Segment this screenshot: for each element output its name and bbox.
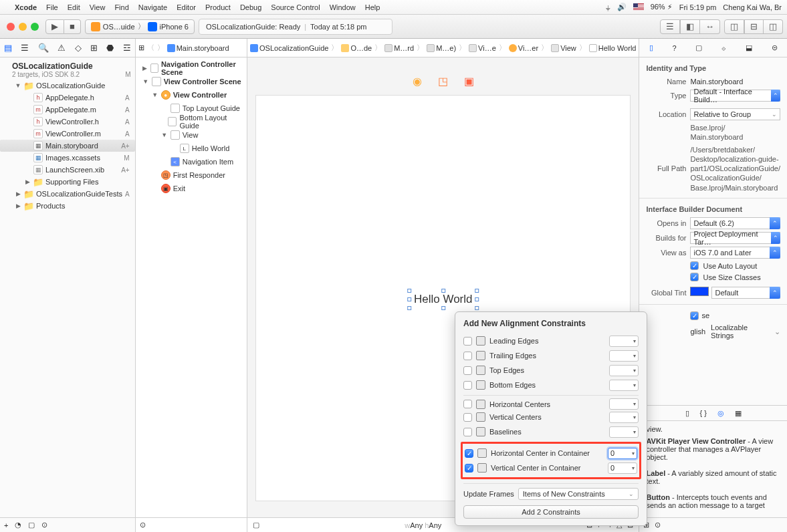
input-source-icon[interactable]: [633, 3, 644, 11]
outline-row[interactable]: Top Layout Guide: [136, 102, 247, 115]
vc-dock-icon[interactable]: ◉: [413, 75, 422, 88]
first-responder-dock-icon[interactable]: ◳: [438, 75, 448, 88]
menu-file[interactable]: File: [46, 3, 58, 11]
outline-row[interactable]: ▼View: [136, 128, 247, 142]
battery-status[interactable]: 96% ⚡︎: [651, 3, 673, 11]
volume-icon[interactable]: 🔊: [617, 3, 627, 11]
constraint-value-field[interactable]: ▾: [609, 380, 639, 391]
outline-row[interactable]: ▣Exit: [136, 182, 247, 195]
nav-row[interactable]: ▶📁Supporting Files: [0, 176, 135, 188]
size-inspector-tab[interactable]: ⬓: [746, 43, 752, 52]
toggle-navigator-button[interactable]: ◫: [724, 19, 744, 34]
library-item[interactable]: Button - Intercepts touch events and sen…: [646, 489, 780, 513]
outline-row[interactable]: ▶Navigation Controller Scene: [136, 61, 247, 75]
project-tree[interactable]: OSLocalizationGuide 2 targets, iOS SDK 8…: [0, 57, 135, 517]
resize-handle[interactable]: [407, 306, 411, 310]
constraint-checkbox[interactable]: ✓: [465, 449, 473, 458]
constraint-value-field[interactable]: ▾: [609, 336, 639, 347]
outline-filter-icon[interactable]: ⊙: [140, 521, 146, 529]
nav-row[interactable]: ▼📁OSLocalizationGuide: [0, 80, 135, 92]
media-library-tab[interactable]: ▦: [735, 409, 742, 418]
jump-bar-file[interactable]: Main.storyboard: [177, 44, 229, 52]
size-classes-checkbox[interactable]: ✓: [690, 273, 699, 281]
library-filter-icon[interactable]: ⊙: [655, 521, 661, 529]
resize-handle[interactable]: [407, 297, 411, 301]
constraint-checkbox[interactable]: [463, 366, 472, 375]
jb-file[interactable]: M…rd: [394, 44, 414, 52]
debug-navigator-tab[interactable]: ⊞: [90, 43, 98, 53]
constraint-value-field[interactable]: ▾: [609, 398, 639, 410]
constraint-checkbox[interactable]: [463, 352, 472, 360]
nav-row[interactable]: ▶📁Products: [0, 200, 135, 212]
location-select[interactable]: Relative to Group⌄: [690, 108, 780, 120]
find-navigator-tab[interactable]: 🔍: [38, 43, 49, 53]
connections-inspector-tab[interactable]: ⊝: [772, 43, 778, 52]
standard-editor-button[interactable]: ☰: [660, 19, 680, 34]
scheme-selector[interactable]: OS…uide 〉 iPhone 6: [85, 19, 195, 34]
identity-inspector-tab[interactable]: ▢: [695, 43, 702, 52]
add-constraints-button[interactable]: Add 2 Constraints: [463, 505, 639, 519]
minimize-window-button[interactable]: [19, 23, 27, 31]
auto-layout-checkbox[interactable]: ✓: [690, 261, 699, 270]
resize-handle[interactable]: [475, 289, 479, 293]
menu-view[interactable]: View: [90, 3, 106, 11]
jb-label[interactable]: Hello World: [598, 44, 637, 52]
nav-row[interactable]: mAppDelegate.mA: [0, 104, 135, 116]
file-inspector-tab[interactable]: ▯: [649, 43, 653, 52]
outline-jump-bar[interactable]: ⊞ 〈 〉 Main.storyboard: [136, 39, 247, 57]
menu-find[interactable]: Find: [114, 3, 128, 11]
app-menu[interactable]: Xcode: [15, 3, 37, 11]
constraint-value-field[interactable]: ▾: [609, 412, 639, 423]
constraint-value-field[interactable]: ▾: [609, 365, 639, 376]
constraint-checkbox[interactable]: [463, 413, 472, 422]
constraint-value-field[interactable]: 0▾: [608, 462, 637, 474]
constraint-value-field[interactable]: 0▾: [608, 448, 637, 459]
jb-project[interactable]: OSLocalizationGuide: [259, 44, 328, 52]
file-type-select[interactable]: Default - Interface Build…⌃: [690, 90, 780, 102]
label-text[interactable]: Hello World: [410, 291, 477, 307]
update-frames-select[interactable]: Items of New Constraints⌄: [518, 488, 639, 500]
menu-product[interactable]: Product: [205, 3, 231, 11]
outline-row[interactable]: ▼View Controller Scene: [136, 75, 247, 88]
clock[interactable]: Fri 5:19 pm: [679, 3, 717, 11]
forward-button[interactable]: 〉: [157, 43, 164, 53]
tint-swatch[interactable]: [690, 287, 709, 296]
resize-handle[interactable]: [441, 289, 445, 293]
object-library-tab[interactable]: ◎: [717, 409, 724, 418]
breakpoint-navigator-tab[interactable]: ⬣: [106, 43, 114, 53]
nav-row[interactable]: mViewController.mA: [0, 128, 135, 140]
constraint-checkbox[interactable]: [463, 400, 472, 408]
related-items-icon[interactable]: ⊞: [138, 43, 144, 52]
menu-window[interactable]: Window: [330, 3, 356, 11]
user-menu[interactable]: Cheng Kai Wa, Br: [723, 3, 782, 11]
constraint-value-field[interactable]: ▾: [609, 426, 639, 438]
toggle-utilities-button[interactable]: ◫: [764, 19, 783, 34]
library-item[interactable]: AVKit Player View Controller - A view co…: [646, 433, 780, 465]
outline-row[interactable]: ▼●View Controller: [136, 88, 247, 102]
view-as-select[interactable]: iOS 7.0 and Later⌃: [690, 247, 780, 259]
quick-help-tab[interactable]: ?: [673, 44, 677, 52]
constraint-checkbox[interactable]: ✓: [465, 464, 473, 473]
jb-vc[interactable]: Vi…er: [518, 44, 538, 52]
stop-button[interactable]: ■: [64, 19, 81, 34]
exit-dock-icon[interactable]: ▣: [464, 75, 474, 88]
object-library[interactable]: view. AVKit Player View Controller - A v…: [639, 421, 787, 517]
outline-row[interactable]: <Navigation Item: [136, 155, 247, 168]
symbol-navigator-tab[interactable]: ☰: [21, 43, 29, 53]
wifi-icon[interactable]: ⏚: [606, 3, 610, 11]
outline-toggle-icon[interactable]: ▢: [253, 521, 259, 529]
constraint-checkbox[interactable]: [463, 337, 472, 346]
report-navigator-tab[interactable]: ☲: [123, 43, 131, 53]
add-button[interactable]: +: [4, 521, 8, 529]
resize-handle[interactable]: [475, 297, 479, 301]
attributes-inspector-tab[interactable]: ⟐: [721, 44, 726, 52]
nav-row[interactable]: ▦Images.xcassetsM: [0, 152, 135, 164]
resize-handle[interactable]: [407, 289, 411, 293]
project-title[interactable]: OSLocalizationGuide: [12, 61, 131, 71]
menu-debug[interactable]: Debug: [240, 3, 261, 11]
nav-row[interactable]: ▦LaunchScreen.xibA+: [0, 164, 135, 176]
outline-row[interactable]: LHello World: [136, 142, 247, 155]
selected-label[interactable]: Hello World: [410, 291, 477, 307]
nav-row[interactable]: ▦Main.storyboardA+: [0, 140, 135, 152]
menu-navigate[interactable]: Navigate: [138, 3, 167, 11]
